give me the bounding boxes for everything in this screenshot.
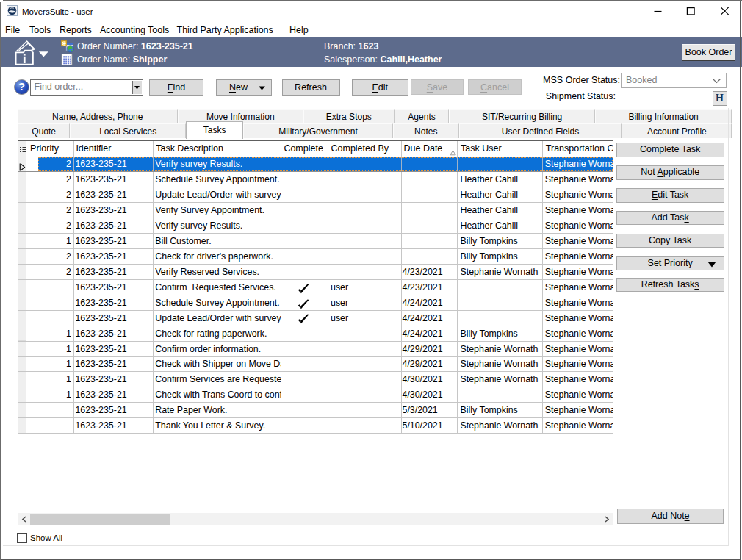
svg-text:?: ? (18, 80, 24, 93)
